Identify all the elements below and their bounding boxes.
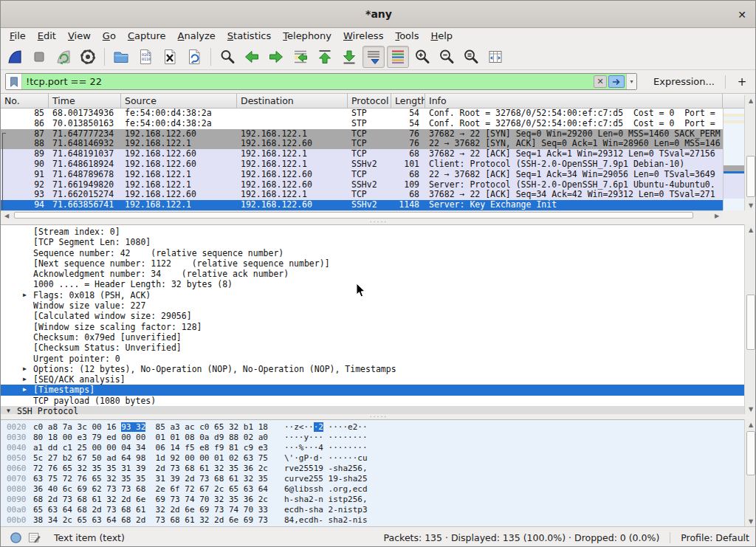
zoom-out-icon[interactable]	[436, 46, 458, 68]
menu-help[interactable]: Help	[425, 30, 458, 42]
menu-file[interactable]: File	[4, 30, 32, 42]
column-length[interactable]: Length	[391, 94, 425, 108]
detail-line[interactable]: Window size value: 227	[1, 300, 745, 311]
column-destination[interactable]: Destination	[237, 94, 348, 108]
packet-row-94[interactable]: 9471.663856741192.168.122.1192.168.122.6…	[1, 200, 723, 210]
packet-row-91[interactable]: 9171.648789678192.168.122.1192.168.122.6…	[1, 170, 723, 180]
hex-row-0040[interactable]: 0040a1 dd c1 25 00 00 04 34 06 14 f5 e8 …	[1, 443, 745, 453]
scrollbar-thumb[interactable]	[746, 295, 755, 350]
expression-button[interactable]: Expression...	[653, 76, 715, 87]
hex-row-0090[interactable]: 009068 2d 73 68 61 32 2d 6e 69 73 74 70 …	[1, 495, 745, 505]
menu-statistics[interactable]: Statistics	[221, 30, 277, 42]
packet-row-93[interactable]: 9371.662015274192.168.122.60192.168.122.…	[1, 190, 723, 200]
close-icon[interactable]: ✕	[735, 7, 749, 22]
scrollbar-thumb[interactable]	[14, 212, 693, 219]
resize-columns-icon[interactable]	[484, 46, 506, 68]
column-time[interactable]: Time	[49, 94, 121, 108]
column-source[interactable]: Source	[121, 94, 237, 108]
column-protocol[interactable]: Protocol	[348, 94, 391, 108]
packet-row-86[interactable]: 8670.013850163fe:54:00:d4:38:2aSTP54Conf…	[1, 119, 723, 129]
detail-line[interactable]: [Calculated window size: 29056]	[1, 311, 745, 321]
start-capture-icon[interactable]	[4, 46, 26, 68]
bookmark-icon[interactable]	[6, 74, 22, 89]
menu-capture[interactable]: Capture	[122, 30, 172, 42]
detail-line[interactable]: [Checksum Status: Unverified]	[1, 343, 745, 353]
hex-row-0070[interactable]: 007063 75 72 76 65 32 35 35 31 39 2d 73 …	[1, 474, 745, 484]
scroll-up-icon[interactable]: ▲	[745, 224, 756, 235]
go-last-packet-icon[interactable]	[338, 46, 360, 68]
expand-icon[interactable]: ▶	[23, 364, 27, 374]
detail-line[interactable]: [TCP Segment Len: 1080]	[1, 237, 745, 247]
detail-line[interactable]: 1000 .... = Header Length: 32 bytes (8)	[1, 279, 745, 289]
detail-line[interactable]: ▶Options: (12 bytes), No-Operation (NOP)…	[1, 364, 745, 374]
packet-row-88[interactable]: 8871.648146932192.168.122.1192.168.122.6…	[1, 139, 723, 149]
detail-line[interactable]: TCP payload (1080 bytes)	[1, 396, 745, 406]
go-back-icon[interactable]	[241, 46, 263, 68]
collapse-icon[interactable]: ▼	[7, 406, 10, 414]
go-to-packet-icon[interactable]	[289, 46, 312, 68]
packet-row-85[interactable]: 8568.001734936fe:54:00:d4:38:2aSTP54Conf…	[1, 109, 723, 119]
hex-row-0080[interactable]: 008036 40 6c 69 62 73 73 68 2e 6f 72 67 …	[1, 484, 745, 495]
packet-row-90[interactable]: 9071.648618924192.168.122.60192.168.122.…	[1, 159, 723, 170]
detail-line[interactable]: [Stream index: 0]	[1, 227, 745, 237]
menu-edit[interactable]: Edit	[32, 30, 62, 42]
detail-line[interactable]: Sequence number: 42 (relative sequence n…	[1, 248, 745, 258]
go-first-packet-icon[interactable]	[314, 46, 336, 68]
menu-wireless[interactable]: Wireless	[337, 30, 389, 42]
restart-capture-icon[interactable]	[52, 46, 75, 68]
scroll-up-icon[interactable]: ▲	[745, 419, 756, 430]
open-file-icon[interactable]	[110, 46, 132, 68]
hex-row-0050[interactable]: 00505c 27 b2 67 50 ad 64 98 1d 92 00 00 …	[1, 453, 745, 464]
close-file-icon[interactable]	[159, 46, 181, 68]
detail-line[interactable]: Urgent pointer: 0	[1, 354, 745, 364]
reload-file-icon[interactable]	[183, 46, 205, 68]
colorize-packets-icon[interactable]	[387, 46, 409, 68]
scrollbar-thumb[interactable]	[746, 156, 755, 197]
zoom-in-icon[interactable]	[411, 46, 433, 68]
find-packet-icon[interactable]	[216, 46, 238, 68]
expand-icon[interactable]: ▶	[23, 290, 27, 300]
menu-analyze[interactable]: Analyze	[172, 30, 221, 42]
packet-list-hscrollbar[interactable]: ◀ ▶	[1, 210, 723, 219]
hex-row-0020[interactable]: 0020c0 a8 7a 3c 00 16 93 32 85 a3 ac c0 …	[1, 422, 745, 433]
detail-line[interactable]: ▶[SEQ/ACK analysis]	[1, 374, 745, 385]
stop-capture-icon[interactable]	[28, 46, 50, 68]
hex-row-0030[interactable]: 003080 18 00 e3 79 ed 00 00 01 01 08 0a …	[1, 433, 745, 443]
menu-go[interactable]: Go	[97, 30, 122, 42]
hex-row-00a0[interactable]: 00a065 63 64 68 2d 73 68 61 32 2d 6e 69 …	[1, 505, 745, 515]
detail-line[interactable]: [Window size scaling factor: 128]	[1, 322, 745, 332]
filter-clear-icon[interactable]: ✕	[594, 75, 607, 88]
filter-dropdown-icon[interactable]: ▾	[626, 74, 636, 89]
column-info[interactable]: Info	[425, 94, 723, 108]
auto-scroll-icon[interactable]	[362, 46, 385, 68]
scroll-down-icon[interactable]: ▼	[745, 516, 756, 526]
menu-view[interactable]: View	[62, 30, 97, 42]
packet-row-87[interactable]: 8771.647777234192.168.122.60192.168.122.…	[1, 129, 723, 140]
detail-line[interactable]: [Next sequence number: 1122 (relative se…	[1, 258, 745, 269]
detail-line[interactable]: Checksum: 0x79ed [unverified]	[1, 332, 745, 343]
bytes-scrollbar[interactable]: ▲ ▼	[744, 419, 756, 526]
column-no[interactable]: No.	[1, 94, 49, 108]
capture-comment-icon[interactable]	[28, 531, 41, 544]
packet-list-scrollbar[interactable]: ▲ ▼	[744, 95, 756, 210]
save-file-icon[interactable]: 01010110	[134, 46, 157, 68]
menu-tools[interactable]: Tools	[389, 30, 425, 42]
add-filter-button[interactable]: +	[735, 75, 749, 89]
details-scrollbar[interactable]: ▲ ▼	[744, 224, 756, 414]
filter-text[interactable]: !tcp.port == 22	[22, 76, 594, 87]
hex-row-0060[interactable]: 006072 76 65 32 35 35 31 39 2d 73 68 61 …	[1, 464, 745, 474]
scroll-down-icon[interactable]: ▼	[745, 404, 756, 414]
hex-row-00b0[interactable]: 00b038 34 2c 65 63 64 68 2d 73 68 61 32 …	[1, 515, 745, 526]
detail-line[interactable]: ▶[Timestamps]	[1, 385, 745, 395]
packet-list-minimap[interactable]	[723, 109, 744, 210]
pane-splitter[interactable]: ·····	[1, 219, 756, 224]
filter-apply-icon[interactable]	[608, 75, 625, 88]
detail-line[interactable]: Acknowledgment number: 34 (relative ack …	[1, 269, 745, 279]
expert-info-icon[interactable]	[10, 531, 22, 544]
packet-row-89[interactable]: 8971.648191037192.168.122.60192.168.122.…	[1, 149, 723, 159]
detail-line[interactable]: ▶Flags: 0x018 (PSH, ACK)	[1, 290, 745, 300]
menu-telephony[interactable]: Telephony	[277, 30, 337, 42]
display-filter-input[interactable]: !tcp.port == 22 ✕ ▾	[5, 73, 637, 90]
scroll-down-icon[interactable]: ▼	[745, 200, 756, 210]
expand-icon[interactable]: ▶	[23, 374, 27, 385]
